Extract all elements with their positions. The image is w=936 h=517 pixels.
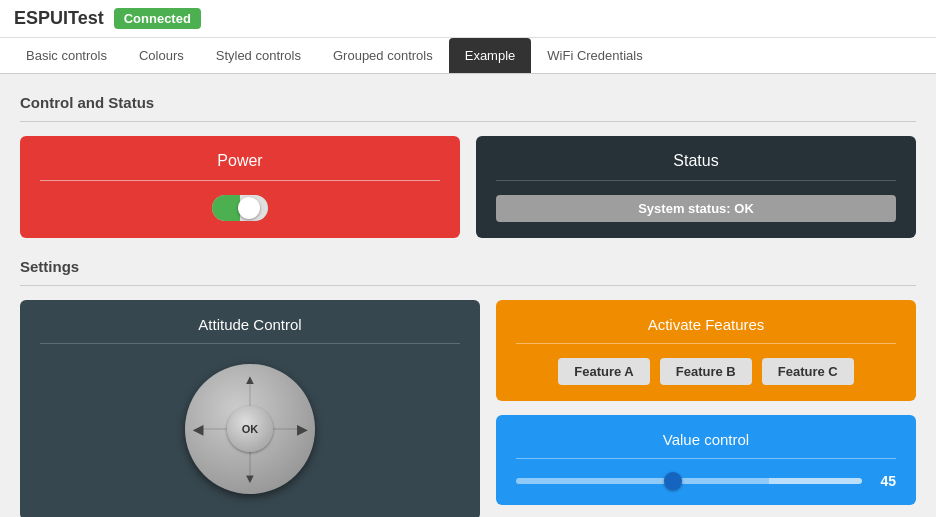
attitude-card-title: Attitude Control [40,316,460,333]
dpad-circle: ▲ ▼ ◀ ▶ OK [185,364,315,494]
tab-basic-controls[interactable]: Basic controls [10,38,123,73]
value-slider[interactable] [516,478,862,484]
attitude-card: Attitude Control ▲ ▼ ◀ ▶ OK [20,300,480,517]
power-card-title: Power [40,152,440,170]
value-number: 45 [872,473,896,489]
features-card: Activate Features Feature A Feature B Fe… [496,300,916,401]
features-card-title: Activate Features [516,316,896,333]
status-card: Status System status: OK [476,136,916,238]
power-toggle-container [40,195,440,221]
dpad-up-arrow[interactable]: ▲ [244,372,257,387]
power-divider [40,180,440,181]
toggle-on-half [212,195,240,221]
tab-colours[interactable]: Colours [123,38,200,73]
app-title: ESPUITest [14,8,104,29]
value-card-title: Value control [516,431,896,448]
control-status-divider [20,121,916,122]
settings-divider [20,285,916,286]
dpad-right-arrow[interactable]: ▶ [297,422,307,437]
main-content: Control and Status Power Status System s… [0,74,936,517]
value-row: 45 [516,473,896,489]
status-divider [496,180,896,181]
tab-styled-controls[interactable]: Styled controls [200,38,317,73]
tab-example[interactable]: Example [449,38,532,73]
features-buttons: Feature A Feature B Feature C [516,358,896,385]
feature-c-button[interactable]: Feature C [762,358,854,385]
nav-tabs: Basic controls Colours Styled controls G… [0,38,936,74]
right-settings: Activate Features Feature A Feature B Fe… [496,300,916,517]
feature-b-button[interactable]: Feature B [660,358,752,385]
settings-title: Settings [20,258,916,275]
value-divider [516,458,896,459]
settings-section: Settings Attitude Control ▲ ▼ ◀ ▶ OK [20,258,916,517]
control-status-title: Control and Status [20,94,916,111]
dpad-down-arrow[interactable]: ▼ [244,471,257,486]
tab-wifi-credentials[interactable]: WiFi Credentials [531,38,658,73]
settings-row: Attitude Control ▲ ▼ ◀ ▶ OK [20,300,916,517]
power-toggle[interactable] [212,195,268,221]
app-header: ESPUITest Connected [0,0,936,38]
dpad-container: ▲ ▼ ◀ ▶ OK [185,364,315,494]
status-bar: System status: OK [496,195,896,222]
connected-badge: Connected [114,8,201,29]
feature-a-button[interactable]: Feature A [558,358,649,385]
value-card: Value control 45 [496,415,916,505]
control-status-row: Power Status System status: OK [20,136,916,238]
dpad-left-arrow[interactable]: ◀ [193,422,203,437]
tab-grouped-controls[interactable]: Grouped controls [317,38,449,73]
dpad-ok-button[interactable]: OK [227,406,273,452]
toggle-knob [238,197,260,219]
power-card: Power [20,136,460,238]
features-divider [516,343,896,344]
attitude-divider [40,343,460,344]
status-card-title: Status [496,152,896,170]
